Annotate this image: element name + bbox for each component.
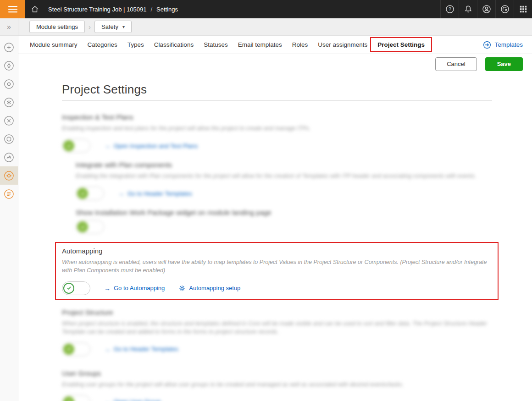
subsection-iwp-widget: Show Installation Work Package widget on… — [76, 209, 492, 234]
hamburger-icon — [8, 5, 17, 13]
module-sidebar: » — [0, 18, 18, 401]
page-title: Project Settings — [62, 82, 492, 97]
settings-tabbar: Module summary Categories Types Classifi… — [18, 36, 532, 54]
link-label: Go to Header Templates — [127, 190, 192, 197]
link-label: Go to Automapping — [114, 285, 165, 291]
breadcrumb-project[interactable]: Steel Structure Training Job | 105091 — [48, 6, 146, 13]
sidebar-module-button-2[interactable] — [0, 56, 18, 75]
section-title: User Groups — [62, 369, 492, 377]
home-icon — [30, 5, 39, 14]
arrow-right-icon: → — [104, 143, 111, 149]
tab-categories[interactable]: Categories — [83, 36, 122, 54]
section-title: Project Structure — [62, 308, 492, 316]
module-icon — [4, 170, 14, 181]
apps-grid-icon — [519, 5, 527, 13]
section-description: When automapping is enabled, users will … — [62, 258, 492, 275]
circle-arrow-icon — [483, 41, 491, 49]
brand-logo-icon — [500, 5, 510, 14]
notifications-button[interactable] — [459, 0, 477, 18]
go-to-header-templates-link[interactable]: → Go to Header Templates — [118, 190, 192, 197]
inspection-test-plans-toggle[interactable] — [62, 139, 90, 153]
toggle-check-icon — [77, 188, 88, 199]
arrow-right-icon: → — [104, 346, 111, 352]
arrow-right-icon: → — [104, 285, 111, 291]
account-icon — [482, 5, 491, 14]
tab-classifications[interactable]: Classifications — [149, 36, 199, 54]
link-label: Automapping setup — [189, 285, 240, 291]
go-to-automapping-link[interactable]: → Go to Automapping — [104, 285, 165, 291]
templates-link-label: Templates — [494, 41, 523, 48]
tab-user-assignments[interactable]: User assignments — [313, 36, 372, 54]
account-button[interactable] — [477, 0, 495, 18]
apps-grid-button[interactable] — [514, 0, 532, 18]
tab-email-templates[interactable]: Email templates — [233, 36, 287, 54]
sidebar-module-button-9[interactable] — [0, 185, 18, 203]
automapping-setup-link[interactable]: Automapping setup — [178, 285, 240, 292]
home-button[interactable] — [25, 0, 44, 18]
project-structure-toggle[interactable] — [62, 342, 90, 356]
cancel-button[interactable]: Cancel — [435, 57, 477, 71]
section-description: Enabling inspection and test plans for t… — [62, 124, 492, 132]
module-icon — [4, 60, 14, 71]
open-inspection-test-plans-link[interactable]: → Open Inspection and Test Plans — [104, 143, 198, 149]
section-title: Inspection & Test Plans — [62, 113, 492, 121]
sidebar-module-button-5[interactable] — [0, 111, 18, 130]
open-user-group-link[interactable]: → Open User Group — [104, 398, 161, 401]
brand-logo-button[interactable] — [495, 0, 514, 18]
toggle-check-icon — [63, 344, 74, 355]
section-description: Enabling user groups for the project wil… — [62, 380, 492, 389]
module-icon — [4, 42, 14, 53]
integrate-plan-components-toggle[interactable] — [76, 187, 104, 200]
link-label: Open User Group — [114, 398, 161, 401]
module-icon — [4, 97, 14, 108]
sidebar-module-button-3[interactable] — [0, 75, 18, 93]
sidebar-module-button-7[interactable] — [0, 148, 18, 166]
section-title: Integrate with Plan components — [76, 161, 492, 169]
tab-types[interactable]: Types — [122, 36, 149, 54]
tab-project-settings-label: Project Settings — [377, 41, 425, 48]
sidebar-module-button-8-active[interactable] — [0, 166, 18, 185]
help-button[interactable]: ? — [440, 0, 459, 18]
breadcrumb: Steel Structure Training Job | 105091 / … — [48, 0, 178, 18]
toggle-row: → Go to Automapping Automapping setup — [62, 281, 492, 296]
toggle-row: → Go to Header Templates — [62, 342, 492, 357]
sidebar-expand-button[interactable]: » — [0, 18, 18, 36]
templates-link[interactable]: Templates — [483, 41, 523, 49]
toggle-row: → Open Inspection and Test Plans — [62, 138, 492, 153]
iwp-widget-toggle[interactable] — [76, 220, 104, 234]
breadcrumb-separator: / — [150, 6, 152, 13]
user-groups-toggle[interactable] — [62, 395, 90, 401]
module-icon — [4, 134, 14, 144]
module-settings-breadcrumb-bar: Module settings › Safety ▾ — [18, 18, 532, 36]
section-title: Show Installation Work Package widget on… — [76, 209, 492, 216]
toggle-row: → Open User Group — [62, 395, 492, 401]
module-settings-chip[interactable]: Module settings — [29, 21, 85, 33]
help-icon: ? — [445, 5, 454, 14]
module-select-dropdown[interactable]: Safety ▾ — [94, 21, 132, 33]
tab-module-summary[interactable]: Module summary — [25, 36, 83, 54]
tab-project-settings[interactable]: Project Settings — [372, 36, 430, 54]
breadcrumb-page: Settings — [156, 6, 178, 13]
tab-statuses[interactable]: Statuses — [199, 36, 233, 54]
sidebar-module-button-1[interactable] — [0, 38, 18, 56]
tab-roles[interactable]: Roles — [287, 36, 313, 54]
arrow-right-icon: → — [118, 190, 124, 197]
sidebar-module-list — [0, 36, 18, 203]
section-automapping: Automapping When automapping is enabled,… — [62, 247, 492, 295]
check-circle-icon — [63, 283, 74, 294]
toggle-check-icon — [63, 396, 74, 401]
save-button[interactable]: Save — [485, 57, 523, 71]
toggle-row: → Go to Header Templates — [76, 186, 492, 201]
section-project-structure: Project Structure When project structure… — [62, 308, 492, 357]
module-icon — [4, 79, 14, 89]
sidebar-module-button-6[interactable] — [0, 130, 18, 148]
module-icon — [4, 152, 14, 163]
toggle-check-icon — [77, 221, 88, 232]
automapping-toggle[interactable] — [62, 281, 90, 295]
top-navigation-bar: Steel Structure Training Job | 105091 / … — [0, 0, 532, 18]
section-description: When project structure is enabled, the s… — [62, 319, 492, 336]
sidebar-module-button-4[interactable] — [0, 93, 18, 111]
go-to-header-templates-link[interactable]: → Go to Header Templates — [104, 346, 178, 352]
toggle-row — [76, 220, 492, 234]
main-menu-button[interactable] — [0, 0, 25, 18]
